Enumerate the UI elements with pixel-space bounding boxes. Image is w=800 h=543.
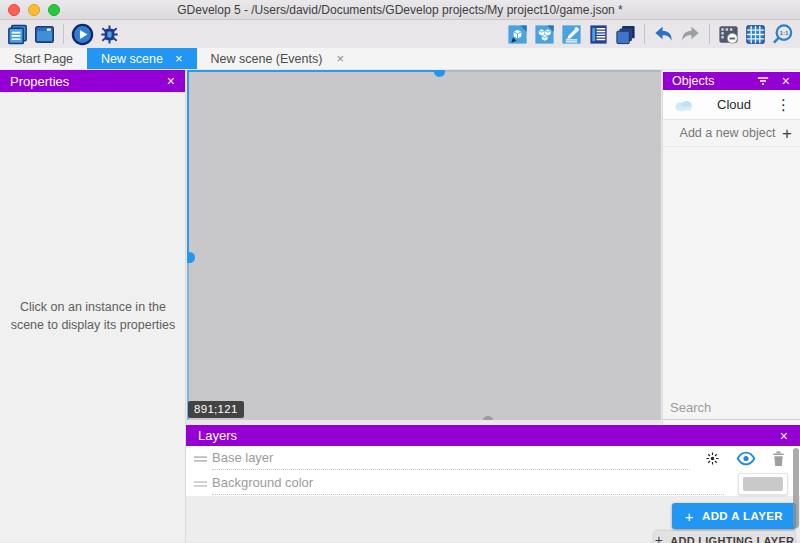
redo-button[interactable]	[677, 21, 704, 47]
toolbar: 1:1	[0, 20, 800, 48]
zoom-options-button[interactable]: 1:1	[769, 21, 796, 47]
properties-close-icon[interactable]: ×	[165, 74, 177, 88]
toggle-window-mask-button[interactable]	[715, 21, 742, 47]
tab-close-icon[interactable]: ×	[336, 52, 344, 65]
add-new-object-label: Add a new object	[673, 126, 782, 140]
instances-list-icon	[587, 23, 610, 46]
window-title: GDevelop 5 - /Users/david/Documents/GDev…	[0, 0, 800, 20]
project-manager-button[interactable]	[4, 21, 31, 47]
titlebar: GDevelop 5 - /Users/david/Documents/GDev…	[0, 0, 800, 20]
undo-icon	[652, 23, 675, 46]
scene-window-border-left	[187, 70, 189, 258]
tab-label: New scene	[101, 52, 163, 66]
resize-handle-left[interactable]	[187, 252, 195, 263]
add-layer-button[interactable]: + ADD A LAYER	[672, 503, 796, 529]
objects-editor-icon	[506, 23, 529, 46]
edit-object-groups-button[interactable]	[531, 21, 558, 47]
properties-panel: Properties × Click on an instance in the…	[0, 70, 186, 542]
tab-close-icon[interactable]: ×	[175, 52, 183, 65]
cursor-coordinates-badge: 891;121	[188, 401, 244, 418]
resize-handle-top[interactable]	[434, 70, 445, 77]
project-manager-icon	[6, 23, 29, 46]
window-mask-icon	[717, 23, 740, 46]
layers-editor-button[interactable]	[612, 21, 639, 47]
layers-panel: Layers × Base layer Background color	[186, 425, 800, 542]
toolbar-separator	[644, 24, 645, 44]
layers-close-icon[interactable]: ×	[778, 429, 790, 443]
toolbar-separator	[63, 24, 64, 44]
scene-window-border-top-faded	[440, 70, 661, 72]
tab-start-page[interactable]: Start Page	[0, 48, 87, 69]
add-new-object-button[interactable]: Add a new object +	[663, 120, 800, 147]
drag-handle-icon[interactable]	[192, 479, 212, 489]
gdevelop-window: GDevelop 5 - /Users/david/Documents/GDev…	[0, 0, 800, 543]
undo-button[interactable]	[650, 21, 677, 47]
background-color-picker[interactable]	[738, 473, 788, 495]
objects-close-icon[interactable]: ×	[780, 74, 792, 88]
traffic-minimize-button[interactable]	[28, 4, 40, 16]
edit-objects-button[interactable]	[504, 21, 531, 47]
toolbar-separator	[709, 24, 710, 44]
start-page-button[interactable]	[31, 21, 58, 47]
layer-effects-icon[interactable]	[704, 450, 721, 467]
traffic-close-button[interactable]	[8, 4, 20, 16]
layers-stack-icon	[614, 23, 637, 46]
layer-name-field[interactable]: Base layer	[212, 447, 690, 470]
plus-icon: +	[685, 509, 694, 524]
layer-row-base-layer[interactable]: Base layer	[186, 446, 800, 471]
layer-delete-trash-icon[interactable]	[771, 450, 786, 467]
layers-panel-title: Layers	[198, 428, 237, 443]
add-layer-label: ADD A LAYER	[702, 510, 783, 522]
resize-handle-bottom[interactable]	[483, 416, 493, 420]
tab-new-scene-events[interactable]: New scene (Events) ×	[197, 48, 358, 69]
scene-window-border-top	[187, 70, 440, 72]
scene-properties-button[interactable]	[558, 21, 585, 47]
properties-panel-header: Properties ×	[0, 70, 185, 92]
objects-filter-icon[interactable]	[756, 75, 770, 87]
background-color-swatch[interactable]	[743, 477, 783, 491]
layer-name-field[interactable]: Background color	[212, 472, 724, 495]
object-list-item-cloud[interactable]: Cloud ⋮	[663, 90, 800, 120]
play-icon	[71, 23, 94, 46]
redo-icon	[679, 23, 702, 46]
cloud-object-icon	[673, 98, 695, 112]
scene-canvas[interactable]: 891;121	[187, 70, 661, 420]
layers-scrollbar[interactable]	[793, 448, 799, 528]
grid-icon	[744, 23, 767, 46]
plus-icon: +	[655, 535, 663, 543]
svg-text:1:1: 1:1	[779, 28, 789, 35]
add-lighting-layer-label: ADD LIGHTING LAYER	[670, 535, 794, 543]
object-menu-kebab-icon[interactable]: ⋮	[773, 97, 794, 112]
layer-row-actions	[704, 450, 792, 467]
objects-search-input[interactable]	[670, 400, 800, 415]
properties-panel-title: Properties	[10, 74, 69, 89]
traffic-lights	[8, 4, 60, 16]
layer-row-background-color[interactable]: Background color	[186, 471, 800, 496]
edit-pencil-icon	[560, 23, 583, 46]
tab-label: Start Page	[14, 52, 73, 66]
preview-button[interactable]	[69, 21, 96, 47]
traffic-zoom-button[interactable]	[48, 4, 60, 16]
add-lighting-layer-button[interactable]: + ADD LIGHTING LAYER	[654, 531, 795, 543]
properties-hint-text: Click on an instance in the scene to dis…	[8, 298, 178, 334]
debug-button[interactable]	[96, 21, 123, 47]
object-groups-icon	[533, 23, 556, 46]
objects-search-bar	[663, 396, 800, 420]
zoom-1-1-icon: 1:1	[771, 23, 794, 46]
object-name-label: Cloud	[695, 97, 773, 112]
debug-bug-icon	[98, 23, 121, 46]
tab-label: New scene (Events)	[211, 52, 323, 66]
layer-visibility-eye-icon[interactable]	[736, 451, 756, 466]
instances-list-button[interactable]	[585, 21, 612, 47]
tab-new-scene[interactable]: New scene ×	[87, 48, 196, 69]
tab-bar: Start Page New scene × New scene (Events…	[0, 48, 800, 70]
main-area: Properties × Click on an instance in the…	[0, 70, 800, 542]
objects-panel-title: Objects	[672, 74, 714, 88]
window-icon	[33, 23, 56, 46]
objects-panel: Objects × Cloud ⋮ Add a new object +	[662, 70, 800, 425]
toggle-grid-button[interactable]	[742, 21, 769, 47]
plus-icon: +	[782, 125, 792, 142]
drag-handle-icon[interactable]	[192, 454, 212, 464]
objects-panel-header: Objects ×	[663, 72, 800, 90]
scene-window-border-left-faded	[187, 258, 189, 420]
